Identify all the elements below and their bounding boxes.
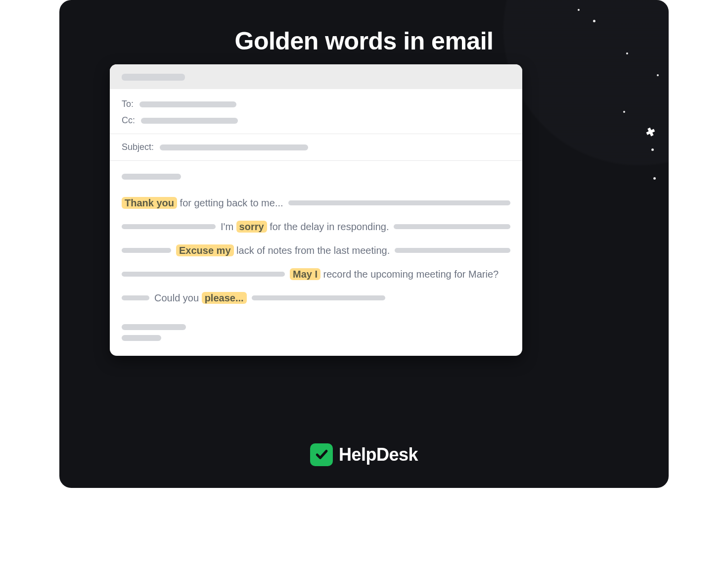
helpdesk-logo-icon (310, 443, 333, 466)
to-label: To: (122, 99, 134, 109)
body-text: Could you (154, 292, 202, 303)
cc-label: Cc: (122, 115, 135, 126)
placeholder-bar (288, 200, 510, 205)
body-text: record the upcoming meeting for Marie? (320, 269, 499, 280)
to-field-row: To: (110, 96, 522, 112)
highlight-may-i: May I (290, 268, 320, 280)
placeholder-bar (122, 295, 149, 300)
placeholder-bar (139, 101, 236, 107)
subject-label: Subject: (122, 142, 154, 152)
placeholder-bar (122, 174, 181, 180)
email-toolbar (110, 64, 522, 89)
star-dot (651, 148, 654, 151)
placeholder-bar (122, 335, 161, 341)
illustration-canvas: ✖ Golden words in email To: Cc: Subject: (59, 0, 669, 488)
star-dot (623, 111, 625, 113)
placeholder-bar (122, 248, 171, 253)
body-text: for the delay in responding. (267, 221, 389, 232)
email-body: Thank you for getting back to me... I'm … (110, 161, 522, 356)
placeholder-bar (394, 224, 510, 229)
star-dot (657, 74, 659, 76)
body-text: lack of notes from the last meeting. (234, 245, 390, 256)
star-dot (593, 20, 595, 22)
brand-footer: HelpDesk (59, 443, 669, 466)
star-dot (626, 52, 628, 54)
body-line-4: May I record the upcoming meeting for Ma… (122, 268, 510, 281)
placeholder-bar (122, 324, 186, 330)
subject-field-row: Subject: (110, 139, 522, 155)
highlight-please: please... (202, 292, 247, 304)
body-text: for getting back to me... (177, 197, 283, 208)
cc-field-row: Cc: (110, 112, 522, 129)
placeholder-bar (122, 74, 185, 81)
brand-name: HelpDesk (339, 444, 418, 465)
star-dot (578, 9, 580, 11)
body-line-3: Excuse my lack of notes from the last me… (122, 244, 510, 257)
placeholder-bar (122, 272, 285, 277)
placeholder-bar (252, 295, 385, 300)
email-compose-card: To: Cc: Subject: Thank you for getting b… (110, 64, 522, 356)
highlight-thank-you: Thank you (122, 197, 177, 209)
placeholder-bar (122, 224, 216, 229)
body-text: I'm (221, 221, 236, 232)
placeholder-bar (141, 118, 238, 124)
highlight-sorry: sorry (236, 221, 267, 233)
star-dot (653, 177, 656, 180)
highlight-excuse-my: Excuse my (176, 244, 234, 256)
body-line-1: Thank you for getting back to me... (122, 196, 510, 209)
body-line-2: I'm sorry for the delay in responding. (122, 220, 510, 233)
body-line-5: Could you please... (122, 291, 510, 304)
placeholder-bar (160, 144, 308, 150)
placeholder-bar (395, 248, 510, 253)
